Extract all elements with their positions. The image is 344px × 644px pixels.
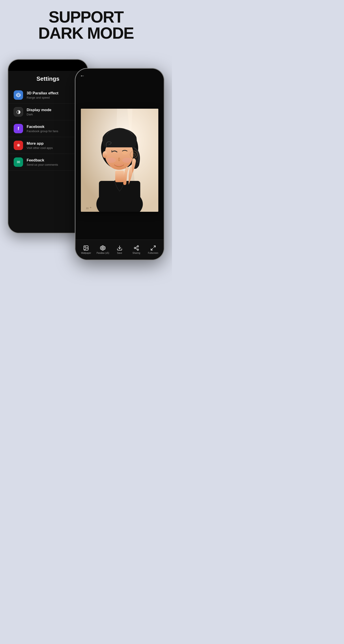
sharing-icon bbox=[133, 245, 139, 251]
right-phone-notch: ← bbox=[75, 69, 164, 81]
parallax-label: 3D Parallax effect bbox=[27, 91, 58, 96]
anime-card: m * bbox=[81, 109, 158, 212]
svg-point-21 bbox=[102, 248, 103, 248]
phones-container: Settings 3D Parallax effect Range and sp… bbox=[8, 50, 164, 269]
nav-wallpaper[interactable]: Wallpaper bbox=[78, 245, 94, 254]
svg-point-14 bbox=[107, 158, 116, 163]
feedback-text: Feedback Send us your comments bbox=[27, 158, 58, 166]
facebook-sublabel: Facebook group for fans bbox=[27, 130, 58, 133]
left-phone-notch bbox=[8, 60, 88, 71]
nav-save-label: Save bbox=[117, 252, 122, 254]
wallpaper-display: m * bbox=[75, 81, 164, 240]
display-text: Display mode Dark bbox=[27, 108, 52, 116]
svg-text:m *: m * bbox=[86, 206, 92, 210]
more-app-sublabel: Visit other cool apps bbox=[27, 146, 53, 150]
display-icon: ◑ bbox=[14, 107, 23, 116]
more-app-icon: ❋ bbox=[14, 141, 23, 150]
parallax-text: 3D Parallax effect Range and speed bbox=[27, 91, 58, 99]
svg-point-18 bbox=[85, 247, 86, 248]
facebook-icon: f bbox=[14, 124, 23, 133]
svg-marker-1 bbox=[17, 94, 20, 96]
bottom-navigation: Wallpaper Parallax (x5) bbox=[75, 240, 164, 260]
svg-line-27 bbox=[135, 247, 137, 248]
svg-point-13 bbox=[103, 151, 107, 158]
display-sublabel: Dark bbox=[27, 113, 52, 116]
page-headline: SUPPORT DARK MODE bbox=[38, 9, 134, 41]
more-app-label: More app bbox=[27, 141, 53, 146]
display-label: Display mode bbox=[27, 108, 52, 112]
facebook-label: Facebook bbox=[27, 124, 58, 129]
svg-marker-19 bbox=[100, 246, 105, 250]
parallax-sublabel: Range and speed bbox=[27, 96, 58, 99]
facebook-text: Facebook Facebook group for fans bbox=[27, 124, 58, 133]
svg-marker-20 bbox=[101, 247, 104, 250]
headline-line1: SUPPORT bbox=[49, 8, 123, 26]
svg-rect-7 bbox=[115, 170, 124, 182]
phone-right: ← bbox=[75, 68, 164, 260]
nav-parallax-label: Parallax (x5) bbox=[97, 252, 109, 254]
headline-line2: DARK MODE bbox=[38, 24, 134, 42]
svg-point-15 bbox=[122, 158, 132, 163]
nav-wallpaper-label: Wallpaper bbox=[81, 252, 91, 254]
nav-sharing[interactable]: Sharing bbox=[128, 245, 145, 254]
wallpaper-icon bbox=[83, 245, 89, 251]
save-icon bbox=[117, 245, 122, 251]
parallax-nav-icon bbox=[100, 245, 106, 251]
nav-sharing-label: Sharing bbox=[133, 252, 140, 254]
feedback-icon: ✉ bbox=[14, 158, 23, 167]
nav-fullscreen[interactable]: Fullscreen bbox=[145, 245, 161, 254]
feedback-sublabel: Send us your comments bbox=[27, 163, 58, 166]
svg-line-26 bbox=[135, 248, 137, 249]
nav-save[interactable]: Save bbox=[111, 245, 128, 254]
anime-character-svg: m * bbox=[81, 109, 158, 212]
nav-fullscreen-label: Fullscreen bbox=[148, 252, 158, 254]
svg-line-29 bbox=[151, 248, 153, 250]
feedback-label: Feedback bbox=[27, 158, 58, 162]
parallax-icon bbox=[14, 90, 23, 100]
back-button[interactable]: ← bbox=[80, 73, 85, 79]
more-app-text: More app Visit other cool apps bbox=[27, 141, 53, 150]
nav-parallax[interactable]: Parallax (x5) bbox=[94, 245, 111, 254]
fullscreen-icon bbox=[150, 245, 156, 251]
svg-line-28 bbox=[154, 246, 155, 248]
